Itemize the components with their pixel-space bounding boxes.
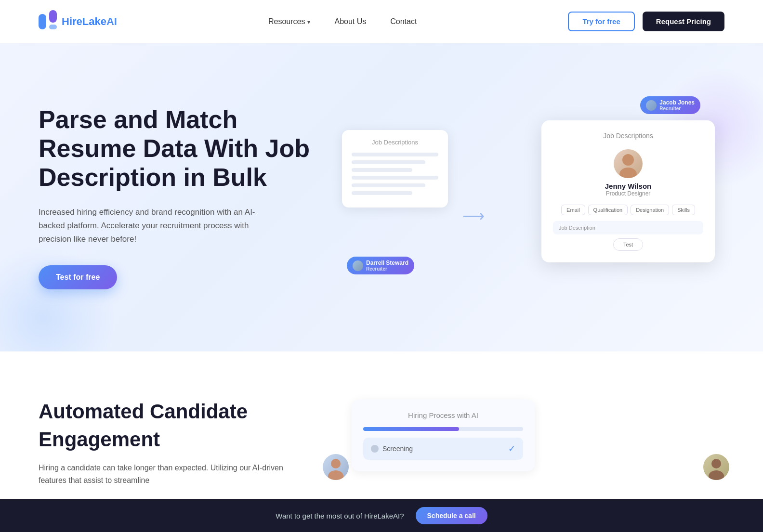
job-descriptions-card: Job Descriptions	[342, 130, 448, 208]
jd-line-1	[352, 153, 438, 156]
hiring-process-card: Hiring Process with AI Screening ✓	[352, 400, 535, 471]
hero-section: Parse and Match Resume Data With Job Des…	[0, 43, 763, 351]
recruiter-badge-jacob: Jacob Jones Recruiter	[640, 96, 700, 114]
banner-text: Want to get the most out of HireLakeAI?	[276, 512, 404, 520]
request-pricing-button[interactable]: Request Pricing	[643, 12, 724, 31]
logo[interactable]: HireLakeAI	[39, 10, 117, 33]
svg-point-7	[711, 459, 721, 468]
test-button-row: Test	[553, 238, 703, 251]
job-desc-card-title: Job Descriptions	[352, 139, 438, 146]
avatar-jacob	[646, 100, 657, 111]
screening-label: Screening	[371, 445, 413, 453]
test-pill-button[interactable]: Test	[613, 238, 643, 251]
recruiter-badge-darrell: Darrell Steward Recruiter	[347, 257, 414, 274]
recruiter-name-darrell: Darrell Steward	[366, 260, 408, 266]
brand-name: HireLakeAI	[62, 15, 117, 28]
svg-point-3	[622, 154, 634, 166]
svg-rect-1	[49, 10, 57, 23]
candidate-profile-card: Job Descriptions Jenny Wilson Product De…	[541, 120, 715, 262]
chevron-down-icon	[307, 17, 310, 26]
progress-bar	[363, 427, 523, 431]
avatar-jenny	[614, 149, 643, 178]
screening-row: Screening ✓	[363, 438, 523, 460]
jd-line-4	[352, 176, 438, 180]
section2-title-muted: Engagement	[39, 428, 289, 452]
avatar-candidate-right	[703, 454, 729, 480]
jd-line-3	[352, 168, 412, 172]
nav-contact[interactable]: Contact	[390, 17, 417, 26]
svg-rect-0	[39, 14, 46, 29]
try-free-button[interactable]: Try for free	[568, 12, 634, 31]
avatar-candidate-left	[323, 454, 349, 480]
svg-point-5	[331, 459, 341, 468]
avatar-jenny-graphic	[614, 149, 643, 178]
tag-designation: Designation	[631, 205, 669, 215]
hero-title: Parse and Match Resume Data With Job Des…	[39, 105, 328, 192]
check-icon: ✓	[508, 443, 515, 454]
avatar-darrell	[353, 260, 363, 271]
schedule-call-button[interactable]: Schedule a call	[416, 507, 487, 524]
nav-about[interactable]: About Us	[334, 17, 366, 26]
arrow-connector: ⟶	[462, 207, 623, 225]
progress-fill	[363, 427, 459, 431]
profile-center: Jenny Wilson Product Designer	[553, 149, 703, 197]
candidate-role: Product Designer	[606, 190, 651, 197]
hero-subtitle: Increased hiring efficiency and brand re…	[39, 206, 270, 246]
test-free-button[interactable]: Test for free	[39, 265, 117, 289]
recruiter-name-jacob: Jacob Jones	[659, 99, 695, 106]
svg-point-8	[709, 470, 724, 480]
jd-line-6	[352, 191, 412, 195]
nav-links: Resources About Us Contact	[268, 17, 417, 26]
section2-subtitle: Hiring a candidate can take longer than …	[39, 462, 289, 487]
recruiter-role-jacob: Recruiter	[659, 106, 695, 111]
navbar: HireLakeAI Resources About Us Contact Tr…	[0, 0, 763, 43]
bottom-banner: Want to get the most out of HireLakeAI? …	[0, 499, 763, 532]
section2-title-main: Automated Candidate	[39, 400, 289, 424]
svg-rect-2	[49, 25, 57, 29]
profile-card-title: Job Descriptions	[553, 132, 703, 140]
svg-point-6	[328, 470, 343, 480]
svg-point-4	[619, 168, 637, 178]
hero-content-right: Jacob Jones Recruiter Job Descriptions ⟶…	[328, 91, 724, 303]
jd-line-5	[352, 183, 425, 187]
nav-resources[interactable]: Resources	[268, 17, 310, 26]
candidate-name: Jenny Wilson	[605, 182, 652, 190]
hiring-card-title: Hiring Process with AI	[363, 411, 523, 419]
tag-skills: Skills	[672, 205, 695, 215]
logo-icon	[39, 10, 57, 33]
avatar-right-graphic	[703, 454, 729, 480]
recruiter-role-darrell: Recruiter	[366, 266, 408, 272]
hero-content-left: Parse and Match Resume Data With Job Des…	[39, 105, 328, 289]
avatar-left-graphic	[323, 454, 349, 480]
nav-actions: Try for free Request Pricing	[568, 12, 724, 31]
jd-line-2	[352, 160, 425, 164]
section2-left: Automated Candidate Engagement Hiring a …	[39, 400, 289, 487]
search-icon	[371, 445, 379, 453]
